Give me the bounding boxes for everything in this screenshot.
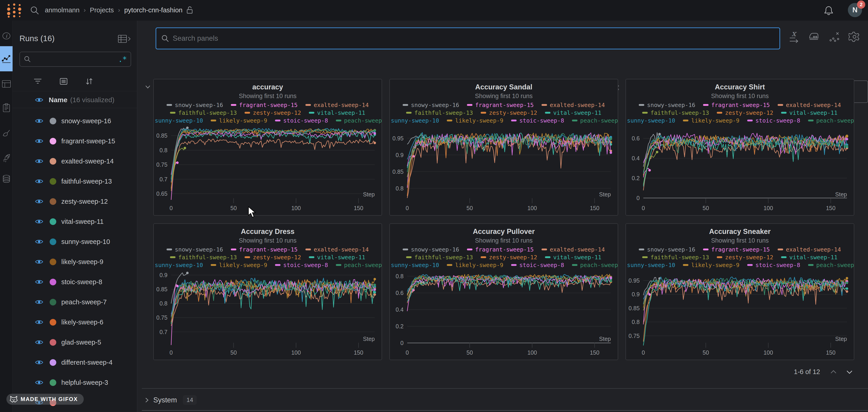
legend-item[interactable]: fragrant-sweep-15 xyxy=(231,246,298,253)
legend-item[interactable]: likely-sweep-9 xyxy=(447,262,503,268)
visibility-eye-icon[interactable] xyxy=(35,299,43,305)
chart-panel[interactable]: accuracyShowing first 10 runssnowy-sweep… xyxy=(153,79,382,216)
run-name[interactable]: zesty-sweep-12 xyxy=(61,198,108,205)
run-row[interactable]: snowy-sweep-16 xyxy=(12,111,137,131)
legend-item[interactable]: snowy-sweep-16 xyxy=(166,102,223,108)
run-row[interactable]: helpful-sweep-3 xyxy=(12,373,137,392)
legend-item[interactable]: stoic-sweep-8 xyxy=(511,117,564,124)
legend-item[interactable]: stoic-sweep-8 xyxy=(747,262,800,268)
visibility-eye-icon[interactable] xyxy=(35,340,43,345)
visibility-eye-icon[interactable] xyxy=(35,239,43,245)
run-row[interactable]: likely-sweep-9 xyxy=(12,252,137,272)
legend-item[interactable]: faithful-sweep-13 xyxy=(170,109,237,116)
runs-search-box[interactable]: .* xyxy=(20,52,131,67)
sort-icon[interactable] xyxy=(85,78,93,86)
panel-search-input[interactable] xyxy=(173,34,774,42)
run-row[interactable]: stoic-sweep-8 xyxy=(12,272,137,292)
legend-item[interactable]: stoic-sweep-8 xyxy=(511,262,564,268)
legend-item[interactable]: likely-sweep-9 xyxy=(683,262,739,268)
wandb-logo-icon[interactable] xyxy=(6,3,23,18)
legend-item[interactable]: peach-sweep-7 xyxy=(808,262,854,268)
legend-item[interactable]: sunny-sweep-10 xyxy=(153,117,203,124)
legend-item[interactable]: stoic-sweep-8 xyxy=(747,117,800,124)
regex-toggle-icon[interactable]: .* xyxy=(118,55,126,64)
page-up-icon[interactable] xyxy=(830,370,837,374)
legend-item[interactable]: likely-sweep-9 xyxy=(683,117,739,124)
legend-item[interactable]: snowy-sweep-16 xyxy=(639,102,695,108)
legend-item[interactable]: faithful-sweep-13 xyxy=(170,254,237,261)
run-name[interactable]: faithful-sweep-13 xyxy=(61,178,112,185)
artifacts-database-icon[interactable] xyxy=(0,169,12,189)
legend-item[interactable]: snowy-sweep-16 xyxy=(403,246,459,253)
visibility-eye-icon[interactable] xyxy=(35,360,43,365)
legend-item[interactable]: exalted-sweep-14 xyxy=(541,246,605,253)
legend-item[interactable]: zesty-sweep-12 xyxy=(245,109,301,116)
run-name[interactable]: snowy-sweep-16 xyxy=(61,117,111,125)
chart-panel[interactable]: Accuracy SneakerShowing first 10 runssno… xyxy=(625,223,854,360)
legend-item[interactable]: fragrant-sweep-15 xyxy=(467,102,534,108)
legend-item[interactable]: faithful-sweep-13 xyxy=(406,109,473,116)
chart-panel[interactable]: Accuracy SandalShowing first 10 runssnow… xyxy=(390,79,618,216)
legend-item[interactable]: stoic-sweep-8 xyxy=(275,117,328,124)
chart-panel[interactable]: Accuracy PulloverShowing first 10 runssn… xyxy=(390,223,618,360)
legend-item[interactable]: zesty-sweep-12 xyxy=(481,254,537,261)
legend-item[interactable]: zesty-sweep-12 xyxy=(481,109,537,116)
overview-info-icon[interactable]: i xyxy=(0,26,12,46)
notifications-bell-icon[interactable] xyxy=(824,5,834,16)
legend-item[interactable]: peach-sweep-7 xyxy=(572,117,618,124)
x-axis-settings-icon[interactable]: x xyxy=(788,29,800,44)
run-name[interactable]: helpful-sweep-3 xyxy=(61,379,108,386)
runs-search-input[interactable] xyxy=(34,56,118,63)
legend-item[interactable]: stoic-sweep-8 xyxy=(275,262,328,268)
legend-item[interactable]: vital-sweep-11 xyxy=(781,109,838,116)
legend-item[interactable]: exalted-sweep-14 xyxy=(305,102,369,108)
global-search-icon[interactable] xyxy=(30,6,39,15)
group-list-icon[interactable] xyxy=(60,78,67,86)
run-name[interactable]: likely-sweep-9 xyxy=(61,258,103,266)
legend-item[interactable]: exalted-sweep-14 xyxy=(305,246,369,253)
legend-item[interactable]: faithful-sweep-13 xyxy=(642,109,709,116)
run-row[interactable]: vital-sweep-11 xyxy=(12,212,137,232)
chart-panel[interactable]: Accuracy DressShowing first 10 runssnowy… xyxy=(153,223,382,360)
legend-item[interactable]: sunny-sweep-10 xyxy=(625,117,675,124)
run-name[interactable]: glad-sweep-5 xyxy=(61,339,101,346)
run-name[interactable]: different-sweep-4 xyxy=(61,359,113,366)
legend-item[interactable]: likely-sweep-9 xyxy=(211,262,267,268)
legend-item[interactable]: exalted-sweep-14 xyxy=(778,102,841,108)
legend-item[interactable]: vital-sweep-11 xyxy=(309,109,365,116)
visibility-eye-icon[interactable] xyxy=(35,199,43,204)
legend-item[interactable]: snowy-sweep-16 xyxy=(166,246,223,253)
charts-workspace-icon[interactable] xyxy=(0,46,12,71)
visibility-eye-icon[interactable] xyxy=(35,380,43,385)
legend-item[interactable]: sunny-sweep-10 xyxy=(153,262,203,268)
run-name[interactable]: sunny-sweep-10 xyxy=(61,238,110,246)
page-down-icon[interactable] xyxy=(846,370,853,374)
chart-panel[interactable]: Accuracy ShirtShowing first 10 runssnowy… xyxy=(625,79,854,216)
run-row[interactable]: peach-sweep-7 xyxy=(12,292,137,312)
visibility-eye-icon[interactable] xyxy=(35,179,43,184)
visibility-eye-icon[interactable] xyxy=(35,97,43,103)
legend-item[interactable]: zesty-sweep-12 xyxy=(717,254,773,261)
legend-item[interactable]: exalted-sweep-14 xyxy=(541,102,605,108)
legend-item[interactable]: zesty-sweep-12 xyxy=(245,254,301,261)
legend-item[interactable]: fragrant-sweep-15 xyxy=(703,246,770,253)
legend-item[interactable]: vital-sweep-11 xyxy=(309,254,365,261)
runs-name-header[interactable]: Name (16 visualized) xyxy=(12,92,137,108)
run-row[interactable]: likely-sweep-6 xyxy=(12,312,137,332)
outliers-scatter-icon[interactable] xyxy=(829,29,840,44)
run-name[interactable]: vital-sweep-11 xyxy=(61,218,104,225)
chevron-right-icon[interactable] xyxy=(145,398,149,403)
legend-item[interactable]: zesty-sweep-12 xyxy=(717,109,773,116)
legend-item[interactable]: likely-sweep-9 xyxy=(211,117,267,124)
legend-item[interactable]: faithful-sweep-13 xyxy=(642,254,709,261)
legend-item[interactable]: sunny-sweep-10 xyxy=(625,262,675,268)
legend-item[interactable]: vital-sweep-11 xyxy=(781,254,838,261)
chevron-down-icon[interactable] xyxy=(145,85,151,89)
sweeps-broom-icon[interactable] xyxy=(0,123,12,144)
visibility-eye-icon[interactable] xyxy=(35,219,43,224)
run-row[interactable]: faithful-sweep-13 xyxy=(12,171,137,191)
filter-icon[interactable] xyxy=(34,78,42,86)
visibility-eye-icon[interactable] xyxy=(35,158,43,164)
visibility-eye-icon[interactable] xyxy=(35,118,43,124)
legend-item[interactable]: faithful-sweep-13 xyxy=(406,254,473,261)
